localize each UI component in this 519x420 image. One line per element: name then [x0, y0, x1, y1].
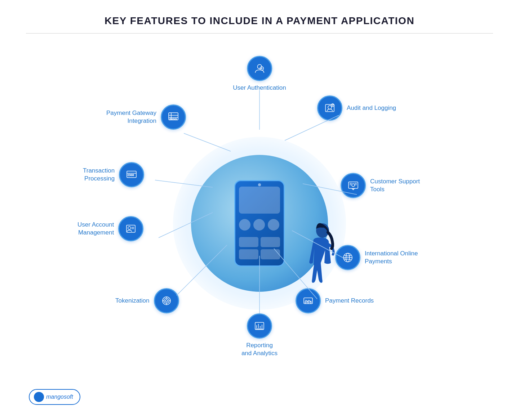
- feature-transaction: Transaction Processing: [83, 162, 144, 187]
- gateway-icon: [167, 111, 180, 124]
- token-icon: [160, 294, 173, 307]
- center-circle: [191, 155, 328, 292]
- globe-icon: [341, 251, 354, 264]
- transaction-label2: Processing: [83, 175, 115, 183]
- feature-international: International Online Payments: [335, 245, 418, 270]
- page-container: KEY FEATURES TO INCLUDE IN A PAYMENT APP…: [0, 0, 519, 420]
- svg-rect-48: [128, 174, 130, 176]
- account-label2: Management: [77, 229, 114, 237]
- feature-reporting: Reporting and Analytics: [241, 313, 278, 357]
- audit-icon: [323, 102, 336, 115]
- feature-user-account: User Account Management: [77, 216, 143, 241]
- reporting-label2: and Analytics: [241, 349, 278, 357]
- feature-gateway: Payment Gateway Integration: [106, 104, 186, 130]
- analytics-icon: [253, 320, 266, 332]
- logo-circle: [34, 392, 44, 402]
- international-node-circle: [335, 245, 360, 270]
- feature-user-auth: User Authentication: [233, 56, 286, 92]
- gateway-node-circle: [161, 104, 186, 130]
- svg-rect-55: [170, 119, 172, 120]
- page-title: KEY FEATURES TO INCLUDE IN A PAYMENT APP…: [0, 15, 519, 27]
- token-node-circle: [154, 288, 179, 313]
- diagram: User Authentication Audit and Logging: [43, 40, 476, 407]
- support-label: Customer Support: [370, 178, 420, 186]
- records-label: Payment Records: [325, 297, 374, 305]
- svg-rect-16: [349, 182, 358, 188]
- reporting-label: Reporting: [241, 341, 278, 349]
- feature-audit: Audit and Logging: [317, 95, 396, 121]
- user-auth-icon: [253, 62, 266, 75]
- logo-oval: mangosoft: [29, 389, 80, 405]
- audit-node-circle: [317, 95, 342, 121]
- user-auth-label: User Authentication: [233, 84, 286, 92]
- support-icon: [347, 179, 360, 192]
- records-icon: [302, 294, 315, 307]
- user-auth-node-circle: [247, 56, 272, 81]
- transaction-icon: [125, 168, 138, 181]
- gateway-label: Payment Gateway: [106, 109, 156, 117]
- svg-point-28: [307, 301, 309, 303]
- token-label: Tokenization: [115, 297, 150, 305]
- analytics-node-circle: [247, 313, 272, 339]
- support-label2: Tools: [370, 186, 420, 193]
- svg-rect-56: [172, 119, 174, 120]
- gateway-label2: Integration: [106, 117, 156, 125]
- svg-point-29: [310, 301, 311, 303]
- title-area: KEY FEATURES TO INCLUDE IN A PAYMENT APP…: [0, 0, 519, 33]
- svg-rect-57: [175, 119, 177, 120]
- support-node-circle: [341, 173, 366, 198]
- records-node-circle: [296, 288, 321, 313]
- transaction-node-circle: [119, 162, 144, 187]
- svg-point-43: [128, 227, 131, 229]
- svg-point-27: [305, 301, 306, 303]
- transaction-label: Transaction: [83, 167, 115, 175]
- feature-payment-records: Payment Records: [296, 288, 374, 313]
- svg-rect-49: [131, 174, 132, 176]
- feature-customer-support: Customer Support Tools: [341, 173, 420, 198]
- account-label: User Account: [77, 221, 114, 229]
- audit-label: Audit and Logging: [347, 104, 396, 112]
- svg-rect-50: [133, 174, 134, 176]
- person-figure: [299, 216, 335, 288]
- svg-point-17: [352, 184, 355, 187]
- logo-text: mangosoft: [46, 394, 73, 400]
- svg-point-14: [328, 106, 332, 109]
- account-icon: [124, 222, 137, 235]
- international-label2: Payments: [365, 258, 418, 265]
- account-node-circle: [118, 216, 143, 241]
- divider: [26, 33, 493, 33]
- international-label: International Online: [365, 250, 418, 258]
- logo: mangosoft: [29, 389, 80, 405]
- feature-tokenization: Tokenization: [115, 288, 179, 313]
- phone-illustration: [234, 180, 285, 267]
